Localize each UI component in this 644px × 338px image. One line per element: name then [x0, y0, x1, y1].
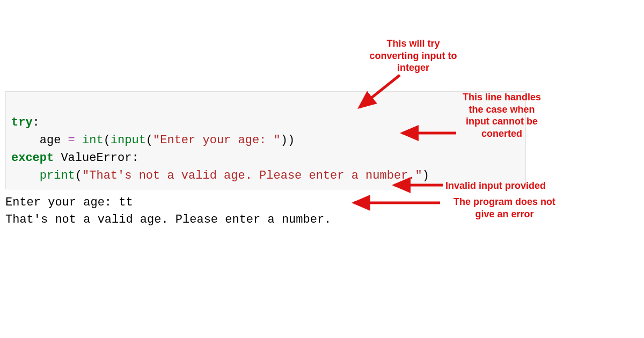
- output-line-2: That's not a valid age. Please enter a n…: [5, 213, 331, 226]
- annotation-except-handles: This line handles the case when input ca…: [459, 91, 545, 139]
- annotation-no-error: The program does not give an error: [443, 196, 566, 220]
- annotation-invalid-input: Invalid input provided: [445, 180, 564, 192]
- code-line-3: except ValueError:: [11, 151, 139, 165]
- output-block: Enter your age: tt That's not a valid ag…: [5, 177, 331, 229]
- output-line-1: Enter your age: tt: [5, 196, 133, 209]
- code-line-1: try:: [11, 116, 40, 129]
- keyword-except: except: [11, 151, 54, 165]
- annotation-try-convert: This will try converting input to intege…: [365, 38, 462, 74]
- keyword-try: try: [11, 116, 33, 129]
- code-block: try: age = int(input("Enter your age: ")…: [5, 91, 526, 189]
- code-line-2: age = int(input("Enter your age: ")): [11, 134, 295, 147]
